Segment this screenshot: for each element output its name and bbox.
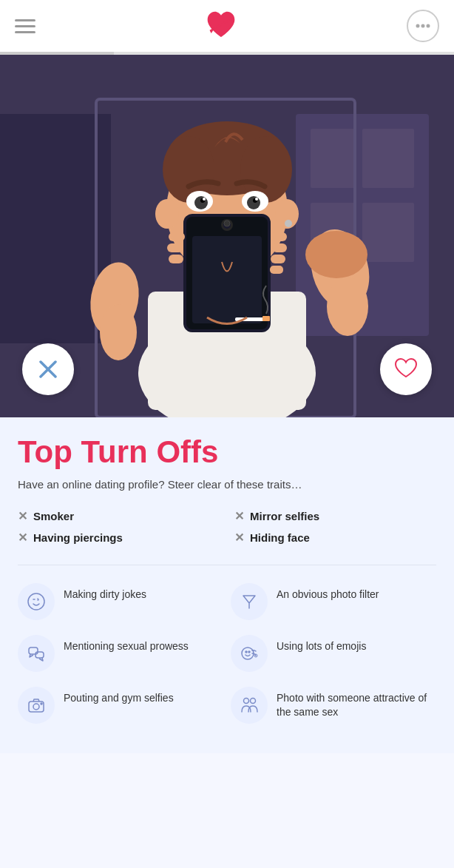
item-text: An obvious photo filter bbox=[277, 583, 379, 602]
svg-rect-49 bbox=[169, 232, 185, 241]
list-item: ✕ Mirror selfies bbox=[234, 510, 436, 522]
svg-point-66 bbox=[41, 703, 42, 704]
chat-icon[interactable] bbox=[407, 10, 439, 42]
svg-point-4 bbox=[422, 25, 424, 27]
x-icon: ✕ bbox=[18, 511, 27, 522]
like-button[interactable] bbox=[380, 343, 432, 395]
svg-point-62 bbox=[248, 651, 250, 653]
list-item: Using lots of emojis bbox=[231, 635, 436, 672]
wink-face-icon bbox=[18, 583, 55, 620]
svg-point-19 bbox=[327, 277, 368, 336]
item-text: Making dirty jokes bbox=[64, 583, 146, 602]
filter-icon bbox=[231, 583, 268, 620]
svg-rect-48 bbox=[270, 266, 283, 274]
svg-rect-59 bbox=[35, 652, 44, 658]
svg-point-30 bbox=[285, 220, 292, 227]
svg-point-34 bbox=[203, 198, 206, 201]
svg-point-38 bbox=[255, 198, 258, 201]
svg-point-20 bbox=[305, 231, 367, 278]
svg-rect-8 bbox=[311, 129, 355, 188]
svg-rect-51 bbox=[169, 255, 183, 263]
logo-icon bbox=[203, 7, 240, 44]
item-text: Using lots of emojis bbox=[277, 635, 366, 653]
x-icon: ✕ bbox=[234, 532, 244, 544]
hamburger-menu-icon[interactable] bbox=[15, 19, 35, 33]
speech-bubbles-icon bbox=[18, 635, 55, 672]
emoji-face-icon bbox=[231, 635, 268, 672]
svg-point-61 bbox=[245, 651, 247, 653]
list-item: ✕ Having piercings bbox=[18, 531, 220, 544]
svg-rect-43 bbox=[192, 236, 262, 323]
item-text: Photo with someone attractive of the sam… bbox=[277, 687, 436, 719]
people-icon bbox=[231, 687, 268, 724]
svg-rect-46 bbox=[272, 243, 287, 252]
list-item: Mentioning sexual prowess bbox=[18, 635, 223, 672]
list-item: ✕ Smoker bbox=[18, 510, 220, 522]
svg-point-44 bbox=[224, 221, 230, 226]
svg-point-65 bbox=[33, 704, 39, 710]
svg-point-5 bbox=[427, 25, 430, 27]
item-label: Having piercings bbox=[33, 531, 123, 544]
svg-rect-45 bbox=[271, 232, 287, 241]
svg-rect-53 bbox=[262, 316, 270, 321]
content-area: Top Turn Offs Have an online dating prof… bbox=[0, 417, 454, 753]
item-text: Pouting and gym selfies bbox=[64, 687, 174, 705]
x-icon: ✕ bbox=[234, 511, 244, 522]
svg-point-28 bbox=[155, 199, 179, 229]
list-item: Making dirty jokes bbox=[18, 583, 223, 620]
svg-rect-9 bbox=[362, 129, 414, 188]
list-item: Pouting and gym selfies bbox=[18, 687, 223, 724]
icon-turnoffs-list: Making dirty jokes An obvious photo filt… bbox=[18, 583, 436, 724]
header bbox=[0, 0, 454, 52]
simple-turnoffs-list: ✕ Smoker ✕ Mirror selfies ✕ Having pierc… bbox=[18, 510, 436, 544]
hero-image bbox=[0, 55, 454, 417]
camera-icon bbox=[18, 687, 55, 724]
list-item: ✕ Hiding face bbox=[234, 531, 436, 544]
divider bbox=[18, 565, 436, 565]
svg-point-67 bbox=[244, 699, 249, 704]
svg-point-36 bbox=[247, 196, 260, 209]
page-subtitle: Have an online dating profile? Steer cle… bbox=[18, 477, 436, 492]
svg-rect-11 bbox=[362, 203, 414, 262]
list-item: Photo with someone attractive of the sam… bbox=[231, 687, 436, 724]
svg-point-56 bbox=[28, 593, 44, 610]
svg-rect-47 bbox=[271, 255, 285, 263]
action-buttons bbox=[0, 343, 454, 395]
svg-rect-50 bbox=[167, 243, 183, 252]
item-text: Mentioning sexual prowess bbox=[64, 635, 189, 653]
x-icon: ✕ bbox=[18, 532, 27, 544]
reject-button[interactable] bbox=[22, 343, 74, 395]
item-label: Smoker bbox=[33, 510, 74, 522]
svg-point-32 bbox=[194, 196, 208, 209]
item-label: Hiding face bbox=[250, 531, 310, 544]
list-item: An obvious photo filter bbox=[231, 583, 436, 620]
svg-rect-58 bbox=[29, 647, 38, 654]
item-label: Mirror selfies bbox=[250, 510, 319, 522]
page-title: Top Turn Offs bbox=[18, 435, 436, 469]
svg-point-3 bbox=[417, 25, 419, 27]
svg-point-68 bbox=[251, 699, 256, 704]
